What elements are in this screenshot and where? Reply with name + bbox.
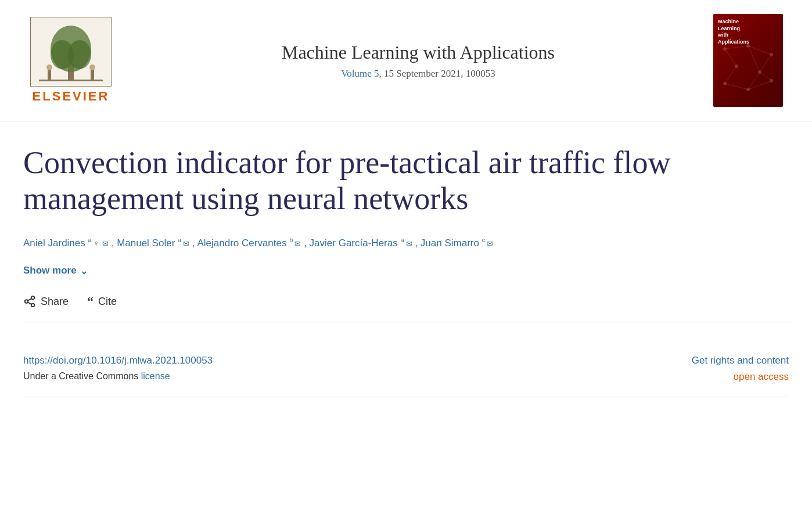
cover-network-decoration: [713, 37, 783, 107]
svg-line-19: [725, 46, 748, 49]
svg-rect-7: [91, 69, 94, 80]
svg-line-27: [725, 84, 748, 89]
svg-point-6: [46, 64, 52, 70]
person-icon: ♀: [94, 239, 100, 248]
cite-label: Cite: [98, 296, 117, 308]
svg-point-8: [89, 64, 95, 70]
svg-line-23: [760, 55, 771, 72]
main-content: Convection indicator for pre-tactical ai…: [0, 121, 812, 420]
journal-title: Machine Learning with Applications: [146, 42, 690, 63]
show-more-button[interactable]: Show more ⌄: [23, 265, 88, 276]
svg-line-26: [760, 72, 771, 81]
author-garcia-sup: a: [400, 237, 405, 244]
envelope-icon-jardines: ✉: [102, 239, 109, 248]
author-garcia-heras[interactable]: Javier García-Heras: [310, 238, 398, 249]
envelope-icon-garcia: ✉: [406, 239, 412, 248]
svg-line-33: [28, 299, 31, 301]
author-jardines[interactable]: Aniel Jardines: [23, 238, 85, 249]
author-jardines-sup: a: [88, 237, 94, 244]
right-info: Get rights and content open access: [692, 355, 789, 383]
volume-link[interactable]: Volume 5: [341, 68, 379, 79]
left-info: https://doi.org/10.1016/j.mlwa.2021.1000…: [23, 355, 213, 382]
footer-info-row: https://doi.org/10.1016/j.mlwa.2021.1000…: [23, 355, 789, 383]
page-wrapper: ELSEVIER Machine Learning with Applicati…: [0, 0, 812, 420]
footer-info: https://doi.org/10.1016/j.mlwa.2021.1000…: [23, 341, 789, 397]
journal-cover: Machine Learning with Applications: [713, 14, 789, 107]
envelope-icon-cervantes: ✉: [294, 239, 301, 248]
author-simarro-sup: c: [482, 237, 487, 244]
share-button[interactable]: Share: [23, 295, 69, 308]
journal-info: Machine Learning with Applications Volum…: [123, 42, 713, 80]
authors-line: Aniel Jardines a ♀ ✉ , Manuel Soler a ✉ …: [23, 235, 789, 251]
author-simarro[interactable]: Juan Simarro: [421, 238, 479, 249]
open-access-badge: open access: [734, 371, 789, 383]
doi-link[interactable]: https://doi.org/10.1016/j.mlwa.2021.1000…: [23, 355, 213, 366]
quote-icon: “: [87, 295, 94, 308]
svg-line-25: [748, 72, 760, 89]
article-title: Convection indicator for pre-tactical ai…: [23, 145, 720, 217]
license-link[interactable]: license: [141, 371, 170, 381]
author-soler[interactable]: Manuel Soler: [117, 238, 175, 249]
svg-line-32: [28, 303, 31, 305]
svg-rect-5: [48, 69, 51, 80]
get-rights-link[interactable]: Get rights and content: [692, 355, 789, 366]
svg-line-28: [748, 81, 771, 89]
cite-button[interactable]: “ Cite: [87, 295, 117, 308]
journal-meta: Volume 5, 15 September 2021, 100053: [146, 68, 690, 80]
envelope-icon-simarro: ✉: [487, 239, 493, 248]
cover-image: Machine Learning with Applications: [713, 14, 783, 107]
license-text: Under a Creative Commons license: [23, 371, 213, 382]
svg-point-4: [68, 40, 91, 69]
svg-line-24: [725, 66, 736, 84]
svg-line-21: [725, 49, 736, 66]
svg-rect-9: [39, 80, 103, 81]
envelope-icon-soler: ✉: [183, 239, 189, 248]
elsevier-logo-area: ELSEVIER: [19, 17, 123, 104]
chevron-down-icon: ⌄: [80, 265, 88, 276]
share-label: Share: [41, 296, 69, 308]
elsevier-tree-logo: [30, 17, 112, 87]
share-icon: [23, 295, 36, 308]
author-cervantes[interactable]: Alejandro Cervantes: [197, 238, 286, 249]
author-soler-sup: a: [178, 237, 183, 244]
action-buttons: Share “ Cite: [23, 295, 789, 322]
elsevier-wordmark: ELSEVIER: [33, 89, 110, 104]
show-more-label: Show more: [23, 265, 77, 276]
header-section: ELSEVIER Machine Learning with Applicati…: [0, 0, 812, 121]
cover-image-title: Machine Learning with Applications: [718, 19, 749, 46]
